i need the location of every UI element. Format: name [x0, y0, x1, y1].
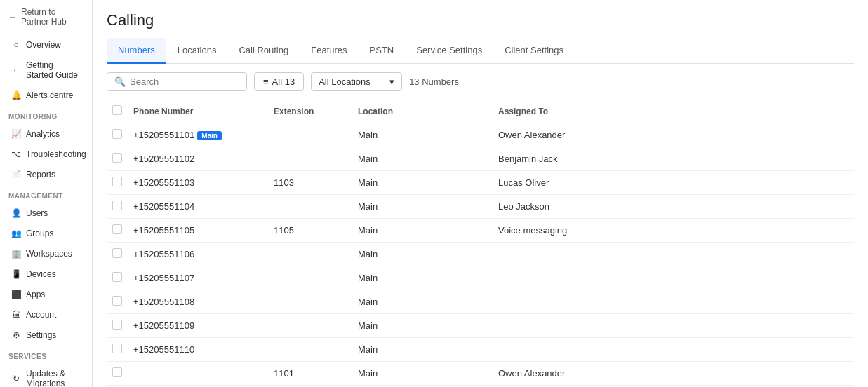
table-row: +15205551109Main — [107, 314, 854, 338]
cell-assigned-4: Voice messaging — [493, 219, 854, 243]
tab-numbers[interactable]: Numbers — [107, 38, 166, 64]
col-header-assigned: Assigned To — [493, 100, 854, 123]
row-checkbox-1[interactable] — [112, 153, 122, 163]
sidebar-item-reports[interactable]: 📄Reports — [3, 165, 89, 184]
row-checkbox-10[interactable] — [112, 367, 122, 377]
overview-icon: ○ — [11, 40, 21, 50]
settings-icon: ⚙ — [11, 330, 21, 340]
row-checkbox-8[interactable] — [112, 320, 122, 330]
cell-location-10: Main — [352, 362, 493, 386]
tab-call-routing[interactable]: Call Routing — [227, 38, 300, 64]
table-row: +15205551102MainBenjamin Jack — [107, 147, 854, 171]
search-box[interactable]: 🔍 — [107, 72, 247, 91]
cell-assigned-1: Benjamin Jack — [493, 147, 854, 171]
sidebar-item-analytics[interactable]: 📈Analytics — [3, 124, 89, 144]
select-all-checkbox[interactable] — [112, 105, 122, 115]
tab-locations[interactable]: Locations — [166, 38, 228, 64]
sidebar-item-apps[interactable]: ⬛Apps — [3, 285, 89, 304]
workspaces-icon: 🏢 — [11, 249, 21, 259]
row-checkbox-3[interactable] — [112, 201, 122, 210]
cell-assigned-2: Lucas Oliver — [493, 171, 854, 195]
cell-extension-1 — [268, 147, 352, 171]
cell-phone-5: +15205551106 — [128, 243, 268, 266]
table-row: +152055511031103MainLucas Oliver — [107, 171, 854, 195]
cell-assigned-5 — [493, 243, 854, 266]
sidebar-item-workspaces[interactable]: 🏢Workspaces — [3, 244, 89, 264]
sidebar-item-label-reports: Reports — [26, 170, 55, 179]
sidebar-item-devices[interactable]: 📱Devices — [3, 264, 89, 284]
cell-phone-1: +15205551102 — [128, 147, 268, 171]
sidebar-item-groups[interactable]: 👥Groups — [3, 224, 89, 243]
row-checkbox-0[interactable] — [112, 129, 122, 139]
sidebar-item-troubleshooting[interactable]: ⌥Troubleshooting — [3, 144, 89, 164]
sidebar-item-overview[interactable]: ○Overview — [3, 35, 89, 55]
sidebar-item-settings[interactable]: ⚙Settings — [3, 325, 89, 345]
row-checkbox-9[interactable] — [112, 344, 122, 353]
cell-assigned-10: Owen Alexander — [493, 362, 854, 386]
sidebar-item-label-devices: Devices — [26, 269, 56, 279]
troubleshooting-icon: ⌥ — [11, 149, 21, 159]
sidebar-item-users[interactable]: 👤Users — [3, 203, 89, 223]
row-checkbox-7[interactable] — [112, 296, 122, 306]
cell-extension-8 — [268, 314, 352, 338]
tab-client-settings[interactable]: Client Settings — [493, 38, 575, 64]
sidebar-section-services: Services — [0, 346, 92, 363]
cell-phone-8: +15205551109 — [128, 314, 268, 338]
account-icon: 🏛 — [11, 310, 21, 320]
cell-location-4: Main — [352, 219, 493, 243]
devices-icon: 📱 — [11, 269, 21, 279]
cell-location-5: Main — [352, 243, 493, 266]
table-row: +15205551107Main — [107, 266, 854, 290]
cell-phone-2: +15205551103 — [128, 171, 268, 195]
analytics-icon: 📈 — [11, 129, 21, 139]
sidebar-section-management: Management — [0, 185, 92, 203]
sidebar-item-label-getting-started: Getting Started Guide — [26, 60, 81, 80]
page-header: Calling NumbersLocationsCall RoutingFeat… — [93, 0, 868, 64]
sidebar-item-label-troubleshooting: Troubleshooting — [26, 149, 86, 159]
cell-phone-9: +15205551110 — [128, 338, 268, 362]
filter-button[interactable]: ≡ All 13 — [254, 72, 304, 91]
table-header-row: Phone Number Extension Location Assigned… — [107, 100, 854, 123]
sidebar-item-label-overview: Overview — [26, 40, 61, 50]
sidebar-item-label-workspaces: Workspaces — [26, 249, 72, 259]
filter-icon: ≡ — [263, 76, 269, 87]
cell-extension-2: 1103 — [268, 171, 352, 195]
row-checkbox-5[interactable] — [112, 248, 122, 258]
row-checkbox-2[interactable] — [112, 177, 122, 186]
row-checkbox-4[interactable] — [112, 224, 122, 234]
sidebar-item-account[interactable]: 🏛Account — [3, 305, 89, 325]
cell-phone-10 — [128, 362, 268, 386]
location-value: All Locations — [319, 76, 370, 87]
toolbar: 🔍 ≡ All 13 All Locations ▾ 13 Numbers — [93, 64, 868, 100]
getting-started-icon: ○ — [11, 65, 21, 75]
sidebar-item-label-settings: Settings — [26, 330, 56, 340]
cell-extension-3 — [268, 195, 352, 219]
sidebar-item-label-apps: Apps — [26, 290, 45, 299]
cell-location-6: Main — [352, 266, 493, 290]
sidebar-item-alerts[interactable]: 🔔Alerts centre — [3, 86, 89, 105]
cell-location-8: Main — [352, 314, 493, 338]
tab-pstn[interactable]: PSTN — [359, 38, 406, 64]
cell-location-0: Main — [352, 123, 493, 147]
location-dropdown[interactable]: All Locations ▾ — [311, 72, 402, 91]
cell-extension-9 — [268, 338, 352, 362]
filter-label: All 13 — [272, 76, 295, 87]
return-to-partner-hub[interactable]: ← Return to Partner Hub — [0, 0, 92, 34]
cell-location-7: Main — [352, 290, 493, 314]
table-row: +15205551104MainLeo Jackson — [107, 195, 854, 219]
chevron-down-icon: ▾ — [389, 76, 394, 87]
search-input[interactable] — [130, 76, 239, 87]
sidebar-item-getting-started[interactable]: ○Getting Started Guide — [3, 55, 89, 85]
cell-location-9: Main — [352, 338, 493, 362]
table-row: +15205551108Main — [107, 290, 854, 314]
cell-extension-10: 1101 — [268, 362, 352, 386]
alerts-icon: 🔔 — [11, 90, 21, 100]
row-checkbox-6[interactable] — [112, 272, 122, 282]
cell-assigned-8 — [493, 314, 854, 338]
return-icon: ← — [8, 12, 17, 22]
sidebar-item-updates-migrations[interactable]: ↻Updates & Migrations — [3, 364, 89, 387]
tab-service-settings[interactable]: Service Settings — [405, 38, 493, 64]
sidebar-item-label-groups: Groups — [26, 229, 53, 238]
tab-features[interactable]: Features — [300, 38, 358, 64]
main-content: Calling NumbersLocationsCall RoutingFeat… — [93, 0, 868, 387]
